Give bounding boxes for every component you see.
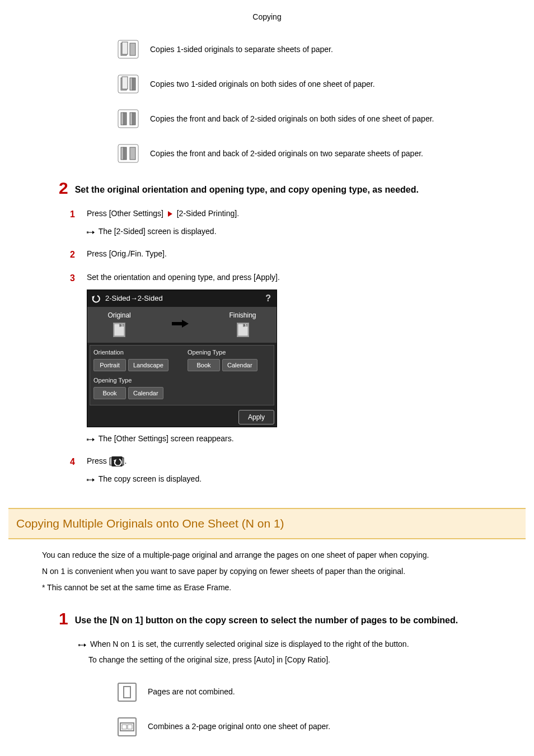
svg-marker-28 [182,320,189,328]
icon-description: Pages are not combined. [148,686,235,698]
book-button-left[interactable]: Book [93,387,126,400]
substep-text-pre: Press [ [87,456,111,465]
step-2: 2 Set the original orientation and openi… [59,180,492,197]
note-text: To change the setting of the original si… [88,655,330,664]
substep-number: 3 [70,272,87,285]
substep-2: 2 Press [Orig./Fin. Type]. [70,248,492,262]
substep-number: 4 [70,455,87,469]
substep-text-pre: Press [Other Settings] [87,209,166,218]
two-to-two-icon [118,109,139,128]
step-note: To change the setting of the original si… [88,654,492,666]
one-to-two-icon [118,74,139,94]
copy-mode-row: Copies two 1-sided originals on both sid… [118,74,492,94]
copy-mode-row: Copies 1-sided originals to separate she… [118,40,492,59]
original-label: Original [107,310,130,320]
substep-3: 3 Set the orientation and opening type, … [70,272,492,285]
opening-type-label-left: Opening Type [93,376,176,385]
section-paragraph: N on 1 is convenient when you want to sa… [42,566,492,577]
svg-rect-11 [124,113,127,125]
finishing-page-icon: AB [237,323,249,337]
substep-body: Press []. [87,455,492,469]
result-line: The copy screen is displayed. [87,473,492,486]
svg-marker-39 [92,478,95,482]
substep-4: 4 Press []. [70,455,492,469]
svg-marker-37 [114,459,116,463]
svg-marker-43 [84,643,86,647]
device-screenshot: 2-Sided→2-Sided ? Original AB Finishing … [87,290,277,427]
icon-description: Copies two 1-sided originals on both sid… [150,78,375,90]
substep-1: 1 Press [Other Settings] [2-Sided Printi… [70,208,492,221]
note-text: When N on 1 is set, the currently select… [90,640,409,648]
copy-mode-row: Copies the front and back of 2-sided ori… [118,144,492,163]
svg-rect-6 [122,77,128,89]
icon-description: Copies 1-sided originals to separate she… [150,44,333,55]
svg-text:B: B [123,324,124,327]
opening-type-group-right: Opening Type Book Calendar [188,348,270,399]
portrait-button[interactable]: Portrait [93,359,126,372]
svg-rect-12 [130,113,133,125]
result-arrow-icon [87,433,95,445]
svg-rect-7 [130,78,133,90]
svg-rect-16 [124,147,127,160]
substep-body: Press [Orig./Fin. Type]. [87,248,492,262]
substep-number: 1 [70,208,87,221]
orientation-label: Orientation [93,348,176,357]
section-paragraph: * This cannot be set at the same time as… [42,582,492,594]
svg-rect-10 [121,113,124,125]
orientation-group: Orientation Portrait Landscape Opening T… [93,348,176,399]
result-text: The copy screen is displayed. [99,474,202,483]
svg-rect-27 [172,322,182,325]
step-title: Use the [N on 1] button on the copy scre… [75,610,458,627]
finishing-column: Finishing AB [229,310,256,337]
svg-marker-19 [92,231,95,234]
n-on-1-off-row: Pages are not combined. [118,683,492,702]
apply-button[interactable]: Apply [238,410,274,424]
calendar-button-right[interactable]: Calendar [222,359,257,372]
result-line: The [Other Settings] screen reappears. [87,433,492,445]
substep-body: Set the orientation and opening type, an… [87,272,492,285]
copy-mode-row: Copies the front and back of 2-sided ori… [118,109,492,128]
step-number: 2 [59,180,68,197]
svg-rect-47 [120,723,134,731]
screenshot-preview-row: Original AB Finishing AB [87,307,277,343]
calendar-button-left[interactable]: Calendar [128,387,163,400]
svg-rect-15 [121,147,124,160]
original-column: Original AB [107,310,130,337]
screenshot-titlebar: 2-Sided→2-Sided ? [87,290,277,307]
svg-rect-8 [133,78,135,90]
section-paragraph: You can reduce the size of a multiple-pa… [42,549,492,561]
substep-text-post: ]. [123,456,127,465]
icon-description: Copies the front and back of 2-sided ori… [150,113,434,125]
single-page-icon [118,683,137,702]
svg-rect-46 [124,687,130,698]
svg-marker-22 [92,296,95,299]
arrow-right-icon [172,320,189,328]
two-to-one-icon [118,144,139,163]
help-icon[interactable]: ? [263,292,273,305]
two-page-combine-icon [118,717,137,736]
step-number: 1 [59,610,68,627]
screenshot-settings: Orientation Portrait Landscape Opening T… [90,345,274,405]
result-line: The [2-Sided] screen is displayed. [87,226,492,238]
n-on-1-two-row: Combines a 2-page original onto one shee… [118,717,492,736]
svg-rect-17 [130,147,135,160]
icon-description: Copies the front and back of 2-sided ori… [150,148,423,160]
section-heading-n-on-1: Copying Multiple Originals onto One Shee… [8,508,526,539]
substep-body: Press [Other Settings] [2-Sided Printing… [87,208,492,221]
finishing-label: Finishing [229,310,256,320]
landscape-button[interactable]: Landscape [128,359,168,372]
back-icon[interactable] [91,294,101,303]
substep-number: 2 [70,248,87,262]
svg-text:B: B [246,324,247,327]
opening-type-label-right: Opening Type [188,348,270,357]
icon-description: Combines a 2-page original onto one shee… [148,721,330,732]
original-page-icon: AB [113,323,125,337]
apply-bar: Apply [87,408,277,427]
svg-rect-13 [133,113,135,125]
back-button-icon [111,456,123,466]
result-arrow-icon [87,226,95,238]
step-note: When N on 1 is set, the currently select… [78,638,492,651]
one-to-one-icon [118,40,139,59]
book-button-right[interactable]: Book [188,359,220,372]
svg-rect-2 [122,42,128,54]
